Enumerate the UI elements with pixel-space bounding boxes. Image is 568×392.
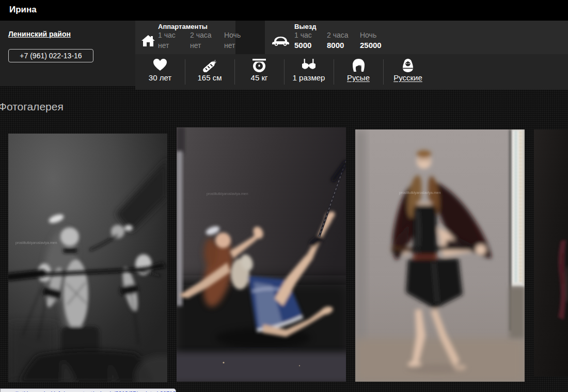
svg-text:prostitutkiyaroslavlya.men: prostitutkiyaroslavlya.men [399,191,441,195]
svg-text:prostitutkiyaroslavlya.men: prostitutkiyaroslavlya.men [15,241,57,245]
svg-text:prostitutkiyaroslavlya.men: prostitutkiyaroslavlya.men [207,192,248,196]
